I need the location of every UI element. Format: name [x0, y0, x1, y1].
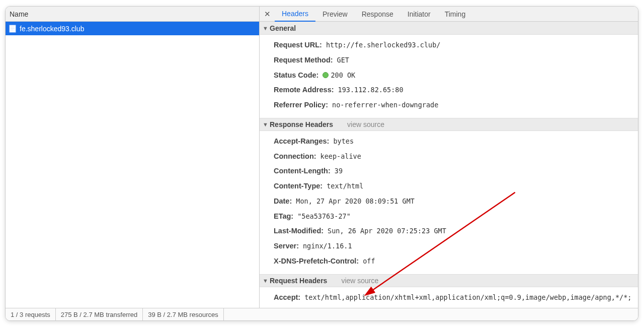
status-resources: 39 B / 2.7 MB resources [143, 308, 223, 320]
tab-preview[interactable]: Preview [315, 7, 355, 22]
svg-rect-1 [11, 27, 15, 27]
section-general-header[interactable]: ▼ General [260, 22, 638, 35]
document-icon [9, 25, 17, 33]
kv-server: Server:nginx/1.16.1 [260, 239, 638, 254]
svg-rect-2 [11, 28, 15, 29]
chevron-down-icon: ▼ [263, 25, 269, 31]
devtools-window: Name fe.sherlocked93.club ✕ Headers Prev… [5, 6, 638, 321]
tab-headers[interactable]: Headers [275, 7, 315, 22]
response-headers-list: Accept-Ranges:bytes Connection:keep-aliv… [260, 131, 638, 274]
tabs-bar: ✕ Headers Preview Response Initiator Tim… [260, 7, 638, 22]
request-name: fe.sherlocked93.club [20, 25, 84, 33]
status-requests: 1 / 3 requests [6, 308, 56, 320]
close-icon[interactable]: ✕ [262, 9, 273, 20]
kv-accept-ranges: Accept-Ranges:bytes [260, 134, 638, 149]
kv-etag: ETag:"5ea53763-27" [260, 209, 638, 224]
general-list: Request URL:http://fe.sherlocked93.club/… [260, 35, 638, 118]
kv-x-dns-prefetch-control: X-DNS-Prefetch-Control:off [260, 254, 638, 269]
svg-rect-3 [11, 30, 14, 30]
view-source-link[interactable]: view source [347, 120, 384, 128]
request-row[interactable]: fe.sherlocked93.club [6, 22, 259, 35]
kv-referrer-policy: Referrer Policy:no-referrer-when-downgra… [260, 98, 638, 113]
kv-content-type: Content-Type:text/html [260, 179, 638, 194]
kv-status-code: Status Code:200 OK [260, 68, 638, 83]
section-request-headers-title: Request Headers [270, 277, 327, 285]
chevron-down-icon: ▼ [263, 278, 269, 284]
tab-response[interactable]: Response [355, 7, 400, 22]
section-request-headers-header[interactable]: ▼ Request Headers view source [260, 274, 638, 287]
status-ok-icon [323, 72, 329, 78]
main-split: Name fe.sherlocked93.club ✕ Headers Prev… [6, 7, 638, 308]
kv-accept: Accept:text/html,application/xhtml+xml,a… [260, 290, 638, 305]
section-response-headers-title: Response Headers [270, 120, 333, 128]
name-column-header[interactable]: Name [6, 7, 259, 22]
kv-connection: Connection:keep-alive [260, 149, 638, 164]
request-headers-list: Accept:text/html,application/xhtml+xml,a… [260, 287, 638, 308]
kv-request-method: Request Method:GET [260, 53, 638, 68]
section-response-headers-header[interactable]: ▼ Response Headers view source [260, 118, 638, 131]
kv-date: Date:Mon, 27 Apr 2020 08:09:51 GMT [260, 194, 638, 209]
kv-last-modified: Last-Modified:Sun, 26 Apr 2020 07:25:23 … [260, 224, 638, 239]
status-transferred: 275 B / 2.7 MB transferred [56, 308, 143, 320]
details-panel: ✕ Headers Preview Response Initiator Tim… [260, 7, 638, 308]
tab-timing[interactable]: Timing [438, 7, 473, 22]
view-source-link[interactable]: view source [341, 277, 378, 285]
kv-content-length: Content-Length:39 [260, 164, 638, 179]
kv-request-url: Request URL:http://fe.sherlocked93.club/ [260, 38, 638, 53]
name-column-label: Name [10, 10, 28, 18]
tab-initiator[interactable]: Initiator [400, 7, 438, 22]
headers-details: ▼ General Request URL:http://fe.sherlock… [260, 22, 638, 308]
kv-remote-address: Remote Address:193.112.82.65:80 [260, 83, 638, 98]
chevron-down-icon: ▼ [263, 121, 269, 127]
request-list-panel: Name fe.sherlocked93.club [6, 7, 260, 308]
status-bar: 1 / 3 requests 275 B / 2.7 MB transferre… [6, 308, 638, 320]
section-general-title: General [270, 24, 296, 32]
request-list: fe.sherlocked93.club [6, 22, 259, 308]
